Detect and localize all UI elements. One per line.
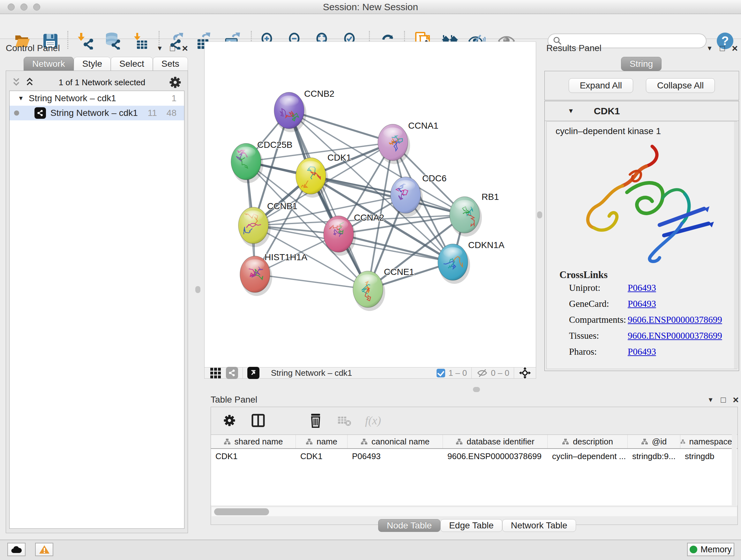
network-canvas[interactable]: CCNB2CCNA1CDC25BCDK1CDC6RB1CCNB1CCNA2CDK… — [204, 42, 536, 367]
network-overview-icon[interactable] — [226, 367, 238, 379]
protein-section-header[interactable]: ▼ CDK1 — [545, 101, 739, 121]
node-table: shared namenamecanonical namedatabase id… — [211, 435, 738, 505]
network-node[interactable]: CCNB2 — [274, 89, 334, 132]
tab-style[interactable]: Style — [74, 57, 111, 71]
column-header-shared-name[interactable]: shared name — [211, 435, 296, 448]
right-splitter-handle[interactable] — [537, 211, 542, 219]
tab-string[interactable]: String — [621, 57, 662, 71]
tab-sets[interactable]: Sets — [153, 57, 188, 71]
column-header-namespace[interactable]: namespace — [680, 435, 732, 448]
warnings-button[interactable] — [35, 543, 53, 556]
tab-network-table[interactable]: Network Table — [502, 519, 576, 532]
panel-close-icon[interactable]: × — [182, 43, 188, 53]
crosslink-link[interactable]: P06493 — [628, 299, 656, 309]
network-node[interactable]: CDK1 — [296, 152, 351, 198]
window-title: Session: New Session — [323, 2, 418, 12]
column-header-description[interactable]: description — [548, 435, 628, 448]
edge-count: 48 — [166, 108, 177, 118]
statusbar-separator — [243, 368, 243, 378]
table-gear-icon[interactable] — [221, 412, 238, 429]
panel-close-icon[interactable]: × — [732, 43, 738, 53]
tab-edge-table[interactable]: Edge Table — [441, 519, 502, 532]
table-vertical-scrollbar[interactable] — [732, 435, 737, 505]
tab-node-table[interactable]: Node Table — [378, 519, 441, 532]
column-header-@id[interactable]: @id — [628, 435, 680, 448]
expand-all-icon[interactable] — [25, 78, 36, 87]
protein-name: CDK1 — [594, 106, 620, 117]
table-cell[interactable]: P06493 — [347, 449, 443, 463]
tree-caret-icon[interactable]: ▼ — [18, 95, 29, 102]
view-grid-icon[interactable] — [210, 368, 221, 378]
table-cell[interactable]: CDK1 — [296, 449, 347, 463]
panel-float-icon[interactable]: □ — [170, 44, 175, 52]
network-collection-label: String Network – cdk1 — [29, 93, 172, 104]
minimize-window-button[interactable] — [20, 3, 27, 10]
expand-all-button[interactable]: Expand All — [569, 78, 633, 93]
pan-crosshair-icon[interactable] — [519, 367, 531, 379]
node-count: 11 — [148, 108, 157, 118]
network-row[interactable]: String Network – cdk1 11 48 — [10, 106, 184, 120]
add-column-icon[interactable] — [279, 412, 295, 429]
network-edge[interactable] — [289, 111, 368, 289]
left-splitter-handle[interactable] — [195, 286, 200, 293]
table-cell[interactable]: stringdb:9... — [628, 449, 680, 463]
function-builder-icon: f(x) — [365, 412, 381, 429]
crosslink-row: Compartments:9606.ENSP00000378699 — [569, 314, 737, 325]
crosslink-link[interactable]: P06493 — [628, 283, 656, 293]
tab-select[interactable]: Select — [111, 57, 153, 71]
bottom-splitter-handle[interactable] — [473, 387, 480, 392]
birds-eye-view-icon[interactable] — [247, 367, 259, 379]
panel-menu-icon[interactable]: ▼ — [706, 45, 713, 51]
table-cell[interactable]: cyclin–dependent ... — [548, 449, 628, 463]
collapse-all-icon[interactable] — [12, 78, 23, 87]
zoom-window-button[interactable] — [33, 3, 40, 10]
collapse-all-button[interactable]: Collapse All — [646, 78, 715, 93]
hidden-eye-icon[interactable] — [476, 368, 488, 378]
table-cell[interactable]: 9606.ENSP00000378699 — [443, 449, 548, 463]
network-node[interactable]: CDC25B — [231, 140, 292, 183]
main-toolbar: ? — [0, 14, 741, 39]
table-cell[interactable]: stringdb — [680, 449, 732, 463]
results-scrollbar[interactable] — [734, 122, 738, 369]
table-cell[interactable]: CDK1 — [211, 449, 296, 463]
app-statusbar: Memory — [0, 540, 741, 560]
panel-menu-icon[interactable]: ▼ — [708, 396, 714, 403]
crosslinks-list: Uniprot:P06493GeneCard:P06493Compartment… — [547, 283, 737, 357]
protein-structure-image — [556, 139, 728, 266]
panel-float-icon[interactable]: □ — [720, 44, 725, 52]
crosslink-link[interactable]: P06493 — [628, 347, 656, 357]
network-collection-row[interactable]: ▼ String Network – cdk1 1 — [10, 91, 184, 106]
selected-node-edge-counts: 1 – 0 — [448, 368, 467, 378]
network-node[interactable]: HIST1H1A — [240, 252, 307, 296]
scrollbar-thumb[interactable] — [214, 508, 269, 515]
node-label: CCNB2 — [304, 89, 334, 99]
memory-button[interactable]: Memory — [687, 543, 734, 556]
panel-close-icon[interactable]: × — [733, 395, 739, 405]
statusbar-separator — [471, 368, 472, 378]
cloud-status-button[interactable] — [7, 543, 25, 556]
crosslink-row: Uniprot:P06493 — [569, 283, 737, 293]
table-row[interactable]: CDK1CDK1P064939606.ENSP00000378699cyclin… — [211, 449, 738, 463]
panel-float-icon[interactable]: □ — [721, 395, 726, 404]
column-header-canonical-name[interactable]: canonical name — [347, 435, 443, 448]
column-header-name[interactable]: name — [296, 435, 347, 448]
crosslink-link[interactable]: 9606.ENSP00000378699 — [628, 314, 722, 325]
network-node[interactable]: CDC6 — [391, 173, 447, 217]
delete-column-icon[interactable] — [307, 412, 324, 429]
column-header-database-identifier[interactable]: database identifier — [443, 435, 548, 448]
gear-icon[interactable] — [168, 75, 183, 90]
network-node[interactable]: CCNE1 — [353, 267, 414, 311]
tab-network[interactable]: Network — [23, 57, 74, 71]
network-node[interactable]: RB1 — [450, 192, 499, 237]
close-window-button[interactable] — [8, 3, 15, 10]
show-columns-icon[interactable] — [250, 412, 266, 429]
crosslink-link[interactable]: 9606.ENSP00000378699 — [628, 330, 722, 341]
panel-menu-icon[interactable]: ▼ — [157, 45, 163, 51]
node-label: CCNA1 — [408, 121, 439, 131]
network-node[interactable]: CDKN1A — [438, 240, 504, 284]
node-label: HIST1H1A — [265, 252, 307, 262]
selected-checkbox-icon[interactable] — [436, 369, 445, 377]
section-caret-icon[interactable]: ▼ — [568, 107, 574, 115]
table-horizontal-scrollbar[interactable] — [212, 507, 737, 516]
table-toolbar: f(x) — [211, 407, 738, 434]
